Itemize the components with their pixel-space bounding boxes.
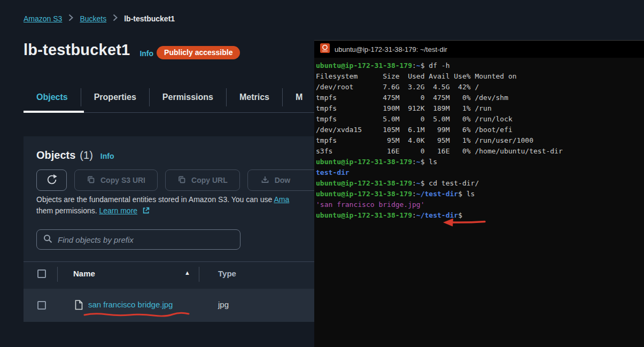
terminal-line: ubuntu@ip-172-31-38-179:~$ ls: [316, 157, 644, 167]
panel-description: Objects are the fundamental entities sto…: [36, 194, 289, 218]
terminal-body[interactable]: ubuntu@ip-172-31-38-179:~$ df -hFilesyst…: [314, 58, 644, 221]
object-name-link[interactable]: san francisco bridge.jpg: [88, 300, 173, 309]
sort-ascending-icon[interactable]: ▲: [184, 269, 190, 276]
objects-toolbar: Copy S3 URI Copy URL Dow: [36, 169, 349, 191]
breadcrumb: Amazon S3 Buckets lb-testbucket1: [24, 14, 175, 23]
terminal-window: ubuntu@ip-172-31-38-179: ~/test-dir ubun…: [314, 40, 644, 347]
column-divider: [199, 267, 199, 282]
object-count: (1): [80, 149, 92, 161]
refresh-button[interactable]: [36, 169, 67, 191]
refresh-icon: [46, 174, 58, 187]
status-badge: Publicly accessible: [157, 46, 240, 59]
copy-url-button[interactable]: Copy URL: [165, 169, 240, 191]
download-label: Dow: [275, 176, 291, 184]
tab-properties[interactable]: Properties: [81, 92, 149, 102]
terminal-line: tmpfs 5.0M 0 5.0M 0% /run/lock: [316, 114, 644, 125]
copy-url-label: Copy URL: [191, 176, 228, 184]
tab-metrics[interactable]: Metrics: [227, 92, 282, 102]
object-type-cell: jpg: [218, 300, 229, 309]
info-link[interactable]: Info: [139, 49, 153, 58]
chevron-right-icon: [68, 14, 73, 23]
breadcrumb-current: lb-testbucket1: [124, 14, 175, 23]
column-header-type[interactable]: Type: [218, 269, 236, 278]
copy-s3-uri-button[interactable]: Copy S3 URI: [74, 169, 158, 191]
tab-objects[interactable]: Objects: [24, 92, 81, 102]
description-text: Objects are the fundamental entities sto…: [36, 195, 274, 204]
active-tab-underline: [24, 111, 84, 113]
external-link-icon: [142, 207, 150, 216]
terminal-title: ubuntu@ip-172-31-38-179: ~/test-dir: [335, 45, 447, 53]
terminal-line: s3fs 16E 0 16E 0% /home/ubuntu/test-dir: [316, 146, 644, 157]
terminal-line: 'san francisco bridge.jpg': [316, 199, 644, 210]
breadcrumb-link-buckets[interactable]: Buckets: [80, 14, 106, 23]
copy-s3-uri-label: Copy S3 URI: [100, 176, 145, 184]
column-divider: [57, 267, 58, 282]
copy-icon: [177, 175, 186, 186]
chevron-right-icon: [113, 14, 118, 23]
download-icon: [261, 175, 269, 186]
terminal-line: ubuntu@ip-172-31-38-179:~$ df -h: [316, 60, 644, 71]
select-all-checkbox[interactable]: [37, 269, 46, 278]
search-input[interactable]: [58, 235, 234, 244]
terminal-line: /dev/root 7.6G 3.2G 4.5G 42% /: [316, 82, 644, 92]
objects-panel-header: Objects (1) Info: [36, 149, 114, 161]
red-underline-annotation: [83, 311, 191, 319]
file-icon: [75, 300, 83, 312]
page-title: lb-testbucket1: [24, 41, 130, 59]
terminal-line: tmpfs 95M 4.0K 95M 1% /run/user/1000: [316, 135, 644, 146]
row-checkbox[interactable]: [37, 301, 46, 310]
inventory-link[interactable]: Ama: [274, 195, 289, 204]
terminal-line: ubuntu@ip-172-31-38-179:~/test-dir$ ls: [316, 189, 644, 199]
tab-bar: Objects Properties Permissions Metrics M: [24, 86, 315, 109]
panel-title: Objects: [36, 149, 75, 161]
learn-more-link[interactable]: Learn more: [99, 206, 137, 215]
red-arrow-annotation: [441, 217, 486, 228]
terminal-titlebar[interactable]: ubuntu@ip-172-31-38-179: ~/test-dir: [314, 41, 644, 58]
terminal-line: tmpfs 190M 912K 189M 1% /run: [316, 103, 644, 114]
column-header-name[interactable]: Name: [73, 269, 95, 278]
search-box: [36, 229, 240, 250]
tab-permissions[interactable]: Permissions: [150, 92, 226, 102]
info-link[interactable]: Info: [100, 152, 114, 160]
terminal-line: ubuntu@ip-172-31-38-179:~$ cd test-dir/: [316, 178, 644, 189]
tab-management[interactable]: M: [283, 92, 315, 102]
ubuntu-terminal-icon: [320, 43, 330, 55]
terminal-line: tmpfs 475M 0 475M 0% /dev/shm: [316, 92, 644, 103]
terminal-line: test-dir: [316, 167, 644, 178]
description-text: them permissions.: [36, 206, 99, 215]
page-header: lb-testbucket1 Info Publicly accessible: [24, 41, 240, 59]
copy-icon: [87, 175, 95, 186]
breadcrumb-link-amazon-s3[interactable]: Amazon S3: [24, 14, 62, 23]
terminal-line: /dev/xvda15 105M 6.1M 99M 6% /boot/efi: [316, 125, 644, 135]
search-icon: [43, 234, 52, 245]
terminal-line: Filesystem Size Used Avail Use% Mounted …: [316, 71, 644, 82]
